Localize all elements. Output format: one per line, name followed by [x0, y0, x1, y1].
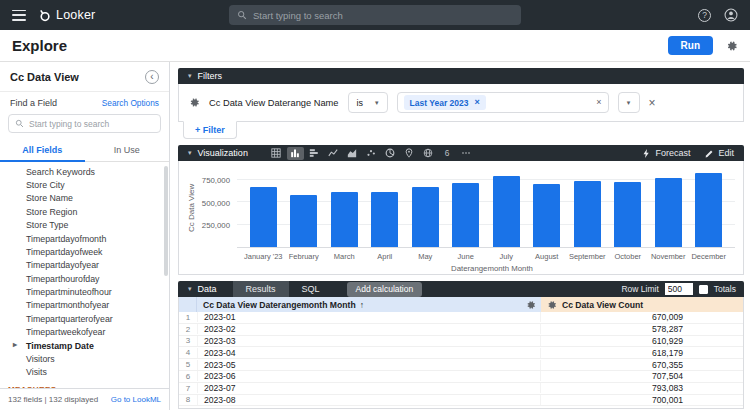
row-limit-input[interactable]	[665, 283, 693, 295]
measure-gear-icon[interactable]	[547, 300, 557, 310]
dimension-gear-icon[interactable]	[526, 300, 536, 310]
field-item-visitors[interactable]: Visitors	[0, 352, 169, 365]
field-item-timepartquarterofyear[interactable]: Timepartquarterofyear	[0, 312, 169, 325]
cell-month[interactable]: 2023-04	[197, 348, 541, 358]
single-value-icon[interactable]: 6	[439, 147, 456, 160]
cell-count[interactable]: 578,287	[541, 324, 743, 334]
field-item-search-keywords[interactable]: Search Keywords	[0, 165, 169, 178]
chart-bar[interactable]	[614, 182, 641, 247]
cell-month[interactable]: 2023-08	[197, 395, 541, 405]
chevron-down-icon[interactable]: ▾	[188, 285, 192, 293]
field-item-timeparthourofday[interactable]: Timeparthourofday	[0, 272, 169, 285]
global-search[interactable]	[229, 5, 521, 25]
cell-month[interactable]: 2023-02	[197, 324, 541, 334]
run-button[interactable]: Run	[668, 36, 713, 55]
field-item-timepartminuteofhour[interactable]: Timepartminuteofhour	[0, 285, 169, 298]
cell-count[interactable]: 670,355	[541, 360, 743, 370]
explore-settings-gear-icon[interactable]	[726, 40, 738, 52]
cell-month[interactable]: 2023-07	[197, 383, 541, 393]
chart-bar[interactable]	[452, 183, 479, 247]
globe-icon[interactable]	[420, 147, 437, 160]
cell-count[interactable]: 707,504	[541, 371, 743, 381]
remove-filter-icon[interactable]: ×	[649, 96, 656, 110]
account-icon[interactable]	[724, 8, 738, 22]
area-chart-icon[interactable]	[344, 147, 361, 160]
global-search-input[interactable]	[253, 10, 513, 21]
field-item-store-type[interactable]: Store Type	[0, 219, 169, 232]
field-item-store-region[interactable]: Store Region	[0, 205, 169, 218]
menu-icon[interactable]	[12, 10, 26, 21]
column-chart-icon[interactable]	[287, 147, 304, 160]
y-axis-ticks: 250,000500,000750,000	[197, 168, 237, 248]
cell-month[interactable]: 2023-03	[197, 336, 541, 346]
chart-bar[interactable]	[574, 181, 601, 247]
expand-icon[interactable]: ▸	[13, 340, 17, 349]
cell-count[interactable]: 670,009	[541, 312, 743, 322]
field-item-timepartdayofweek[interactable]: Timepartdayofweek	[0, 245, 169, 258]
column-header-dimension[interactable]: Cc Data View Daterangemonth Month ↑	[197, 297, 541, 312]
more-icon[interactable]	[458, 147, 475, 160]
field-search[interactable]	[8, 114, 161, 133]
chart-bar[interactable]	[493, 176, 520, 247]
line-chart-icon[interactable]	[325, 147, 342, 160]
filter-gear-icon[interactable]	[189, 97, 200, 108]
field-item-timepartmonthofyear[interactable]: Timepartmonthofyear	[0, 299, 169, 312]
scrollbar-thumb[interactable]	[164, 166, 168, 276]
filter-operator-select[interactable]: is ▾	[348, 92, 388, 113]
chart-bar[interactable]	[533, 184, 560, 247]
tab-in-use[interactable]: In Use	[85, 140, 170, 161]
totals-checkbox[interactable]	[699, 285, 708, 294]
chart-bar[interactable]	[371, 192, 398, 247]
chart-bar[interactable]	[290, 195, 317, 247]
pie-chart-icon[interactable]	[382, 147, 399, 160]
help-icon[interactable]: ?	[698, 9, 711, 22]
edit-button[interactable]: Edit	[705, 148, 734, 158]
filter-value-dropdown-icon[interactable]: ▾	[618, 92, 640, 113]
cell-count[interactable]: 793,083	[541, 383, 743, 393]
search-options-link[interactable]: Search Options	[102, 98, 159, 108]
cell-month[interactable]: 2023-06	[197, 371, 541, 381]
chart-bar[interactable]	[412, 187, 439, 247]
chevron-down-icon[interactable]: ▾	[188, 72, 192, 80]
scatter-chart-icon[interactable]	[363, 147, 380, 160]
field-item-timestamp-date[interactable]: ▸Timestamp Date	[0, 339, 169, 352]
cell-count[interactable]: 610,929	[541, 336, 743, 346]
chart-bar[interactable]	[695, 173, 722, 247]
filter-token[interactable]: Last Year 2023 ×	[404, 95, 486, 110]
chart-bar[interactable]	[250, 187, 277, 247]
add-calculation-button[interactable]: Add calculation	[347, 282, 423, 297]
clear-value-icon[interactable]: ×	[596, 98, 601, 107]
field-item-timepartweekofyear[interactable]: Timepartweekofyear	[0, 326, 169, 339]
tab-all-fields[interactable]: All Fields	[0, 140, 85, 161]
chart-bar[interactable]	[655, 178, 682, 247]
remove-token-icon[interactable]: ×	[474, 98, 479, 107]
bar-chart-icon[interactable]	[306, 147, 323, 160]
field-item-timepartdayofmonth[interactable]: Timepartdayofmonth	[0, 232, 169, 245]
filters-panel-header[interactable]: ▾ Filters	[178, 68, 744, 84]
forecast-button[interactable]: Forecast	[642, 148, 690, 158]
field-search-input[interactable]	[29, 119, 154, 129]
tab-sql[interactable]: SQL	[289, 281, 333, 297]
field-item-timepartdayofyear[interactable]: Timepartdayofyear	[0, 259, 169, 272]
cell-count[interactable]: 700,001	[541, 395, 743, 405]
add-filter-button[interactable]: + Filter	[183, 121, 237, 139]
column-header-measure[interactable]: Cc Data View Count	[541, 297, 743, 312]
tab-results[interactable]: Results	[233, 281, 289, 297]
cell-count[interactable]: 618,179	[541, 348, 743, 358]
x-tick-label: May	[405, 248, 446, 261]
collapse-sidebar-icon[interactable]: ‹	[145, 70, 159, 84]
sort-ascending-icon[interactable]: ↑	[360, 300, 364, 310]
filter-value-box[interactable]: Last Year 2023 × ×	[397, 92, 609, 113]
chart-bar[interactable]	[331, 192, 358, 247]
field-item-store-city[interactable]: Store City	[0, 178, 169, 191]
cell-month[interactable]: 2023-01	[197, 312, 541, 322]
field-item-visits[interactable]: Visits	[0, 366, 169, 379]
visualization-panel-header[interactable]: ▾ Visualization 6 Forecast Edit	[178, 145, 744, 161]
looker-logo[interactable]: Looker	[38, 8, 95, 22]
go-to-lookml-link[interactable]: Go to LookML	[111, 395, 161, 404]
table-chart-icon[interactable]	[268, 147, 285, 160]
map-pin-icon[interactable]	[401, 147, 418, 160]
cell-month[interactable]: 2023-05	[197, 360, 541, 370]
field-item-store-name[interactable]: Store Name	[0, 192, 169, 205]
chevron-down-icon[interactable]: ▾	[188, 149, 192, 157]
